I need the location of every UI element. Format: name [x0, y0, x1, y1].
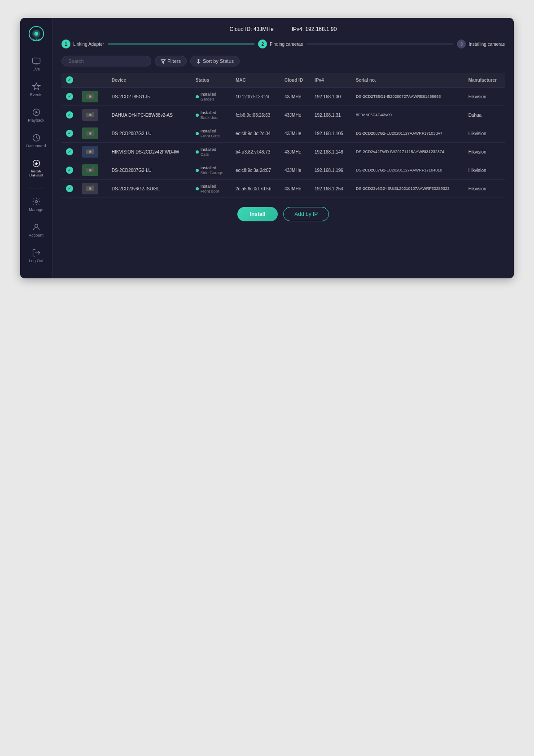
row-check[interactable]: ✓	[66, 185, 73, 192]
row-check-cell: ✓	[61, 161, 78, 180]
row-manufacturer: Hikvision	[464, 88, 505, 106]
table-row: ✓DS-2CD2087G2-LUInstalledFront Gateec:c8…	[61, 124, 505, 143]
row-ipv4: 192.168.1.31	[310, 106, 351, 124]
sidebar-item-manage[interactable]: Manage	[20, 193, 52, 216]
step-2-label: Finding cameras	[270, 42, 303, 47]
sidebar-item-label: Install/ Uninstall	[29, 169, 43, 177]
step-3: 3 Installing cameras	[457, 40, 505, 48]
row-thumb-cell	[78, 124, 107, 143]
row-cloud-id: 43JMHe	[280, 143, 310, 161]
row-device: DAHUA DH-IPC-EBW88v2-AS	[107, 106, 191, 124]
addip-button[interactable]: Add by IP	[283, 207, 329, 221]
table-row: ✓DS-2CD23v6G2-ISU/SLInstalledFront door2…	[61, 180, 505, 198]
row-thumb-cell	[78, 180, 107, 198]
svg-rect-17	[92, 112, 94, 113]
dashboard-icon	[32, 133, 41, 142]
sidebar: REOLINK Live Events	[20, 18, 53, 278]
row-mac: ec:c8:9c:3c:2c:04	[231, 124, 280, 143]
sidebar-item-account[interactable]: Account	[20, 218, 52, 242]
row-status: InstalledSide Garage	[191, 161, 231, 180]
row-device: HIKVISION DS-2CD2v42FWD-IW	[107, 143, 191, 161]
row-serial: DS-2CD2T85G1-I520200727AAWRE61459663	[351, 88, 464, 106]
account-icon	[32, 223, 41, 232]
filter-button[interactable]: Filters	[155, 56, 187, 66]
row-thumb-cell	[78, 88, 107, 106]
row-mac: ec:c8:9c:3a:2d:07	[231, 161, 280, 180]
sidebar-item-label: Log Out	[29, 259, 43, 263]
cloud-id-label: Cloud ID: 43JMHe	[230, 26, 274, 32]
sidebar-item-logout[interactable]: Log Out	[20, 244, 52, 268]
svg-point-32	[90, 188, 91, 189]
svg-rect-29	[92, 167, 94, 168]
row-serial: DS-2CD2v42FWD-IW20171115AAWRI31232374	[351, 143, 464, 161]
row-status: InstalledFront Gate	[191, 124, 231, 143]
logout-icon	[32, 248, 41, 257]
sidebar-item-playback[interactable]: Playback	[20, 103, 52, 127]
row-cloud-id: 43JMHe	[280, 161, 310, 180]
device-thumbnail	[82, 109, 98, 121]
sidebar-item-events[interactable]: Events	[20, 78, 52, 101]
row-serial: DS-2CD2087G2-LU20201127AAWRF17104010	[351, 161, 464, 180]
header-check[interactable]: ✓	[66, 76, 73, 84]
svg-point-9	[35, 224, 38, 227]
row-manufacturer: Hikvision	[464, 143, 505, 161]
sidebar-item-label: Playback	[28, 118, 44, 123]
row-serial: 8F0AA05P4G43v09	[351, 106, 464, 124]
svg-rect-25	[92, 149, 94, 150]
search-input[interactable]	[61, 56, 151, 66]
sidebar-item-install[interactable]: Install/ Uninstall	[20, 154, 52, 182]
filter-icon	[161, 59, 166, 64]
col-ipv4: IPv4	[310, 73, 351, 88]
table-row: ✓HIKVISION DS-2CD2v42FWD-IWInstalledCats…	[61, 143, 505, 161]
install-button[interactable]: Install	[237, 207, 278, 221]
row-device: DS-2CD2T85G1-I5	[107, 88, 191, 106]
row-cloud-id: 43JMHe	[280, 180, 310, 198]
step-1: 1 Linking Adapter	[61, 40, 104, 48]
row-check[interactable]: ✓	[66, 148, 73, 155]
playback-icon	[32, 108, 41, 117]
row-check[interactable]: ✓	[66, 111, 73, 119]
col-cloudid: Cloud ID	[280, 73, 310, 88]
live-icon	[32, 57, 41, 66]
svg-rect-4	[32, 58, 40, 63]
step-2-circle: 2	[258, 40, 267, 48]
row-check-cell: ✓	[61, 106, 78, 124]
row-device: DS-2CD2087G2-LU	[107, 161, 191, 180]
col-thumb	[78, 73, 107, 88]
step-1-label: Linking Adapter	[73, 42, 104, 47]
install-icon	[32, 159, 41, 168]
sidebar-item-dashboard[interactable]: Dashboard	[20, 129, 52, 153]
col-mac: MAC	[231, 73, 280, 88]
row-status: InstalledCats	[191, 143, 231, 161]
row-cloud-id: 43JMHe	[280, 88, 310, 106]
row-thumb-cell	[78, 143, 107, 161]
ipv4-label: IPv4: 192.168.1.90	[292, 26, 337, 32]
device-thumbnail	[82, 91, 98, 102]
row-status: InstalledGarden	[191, 88, 231, 106]
row-check-cell: ✓	[61, 88, 78, 106]
row-device: DS-2CD23v6G2-ISU/SL	[107, 180, 191, 198]
sort-button[interactable]: Sort by Status	[190, 56, 240, 66]
row-device: DS-2CD2087G2-LU	[107, 124, 191, 143]
col-status: Status	[191, 73, 231, 88]
step-2: 2 Finding cameras	[258, 40, 303, 48]
svg-point-24	[90, 151, 91, 153]
sidebar-item-label: Dashboard	[26, 144, 46, 148]
sidebar-item-label: Manage	[29, 207, 44, 212]
row-check[interactable]: ✓	[66, 130, 73, 137]
row-mac: b4:a3:82:vf:48:73	[231, 143, 280, 161]
col-manufacturer: Manufacturer	[464, 73, 505, 88]
sidebar-nav: Live Events Playback	[20, 52, 52, 185]
row-check[interactable]: ✓	[66, 167, 73, 174]
row-check-cell: ✓	[61, 180, 78, 198]
app-container: REOLINK Live Events	[20, 18, 514, 278]
sidebar-bottom: Manage Account Log Out	[20, 193, 52, 272]
sidebar-item-live[interactable]: Live	[20, 52, 52, 76]
svg-rect-33	[92, 185, 94, 187]
row-serial: DS-2CD23v6G2-ISU/SL20210107AAWRF30289323	[351, 180, 464, 198]
row-ipv4: 192.168.1.105	[310, 124, 351, 143]
app-logo: REOLINK	[27, 24, 46, 43]
svg-text:REOLINK: REOLINK	[31, 39, 41, 41]
row-check[interactable]: ✓	[66, 93, 73, 100]
device-thumbnail	[82, 127, 98, 139]
